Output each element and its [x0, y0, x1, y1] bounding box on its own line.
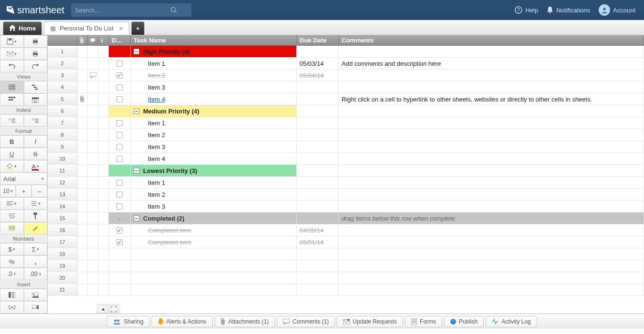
row-number[interactable]: 9	[48, 141, 77, 152]
info-cell[interactable]	[98, 58, 109, 69]
attach-cell[interactable]	[77, 177, 88, 188]
font-family-select[interactable]: Arial▾	[0, 172, 47, 185]
done-checkbox[interactable]: ✓	[116, 227, 123, 233]
empty-row[interactable]: 18	[48, 248, 644, 260]
text-color-button[interactable]: A▾	[24, 160, 48, 172]
discussion-cell[interactable]	[88, 272, 98, 283]
discussion-cell[interactable]	[88, 248, 98, 260]
discussion-cell[interactable]	[88, 141, 98, 152]
row-number[interactable]: 12	[48, 177, 77, 188]
attach-cell[interactable]	[77, 81, 88, 93]
done-checkbox[interactable]	[116, 120, 123, 126]
discussion-cell[interactable]	[88, 93, 98, 105]
info-cell[interactable]	[98, 248, 109, 260]
info-cell[interactable]	[98, 93, 109, 105]
discussion-cell[interactable]	[88, 81, 98, 93]
task-row[interactable]: 16✓Completed item04/20/14	[48, 224, 644, 236]
discussion-cell[interactable]	[88, 236, 98, 248]
print2-button[interactable]	[24, 48, 48, 60]
info-cell[interactable]	[98, 105, 109, 117]
col-comments[interactable]: Comments	[339, 35, 644, 45]
row-number[interactable]: 8	[48, 129, 77, 141]
row-number[interactable]: 21	[48, 284, 77, 295]
grid-rows[interactable]: 1−High Priority (4)2Item 105/03/14Add co…	[48, 46, 644, 314]
search-input[interactable]	[75, 7, 170, 14]
comments-button[interactable]: Comments (1)	[277, 316, 335, 327]
done-checkbox[interactable]	[116, 84, 123, 91]
save-button[interactable]: ▾	[0, 35, 24, 48]
attach-cell[interactable]	[77, 141, 88, 152]
grid-view-button[interactable]	[0, 81, 24, 93]
collapse-icon[interactable]: −	[134, 108, 139, 114]
underline-button[interactable]: U	[0, 148, 24, 160]
discussion-cell[interactable]	[88, 129, 98, 141]
decimal-inc-button[interactable]: .00	[24, 268, 48, 280]
due-date[interactable]: 05/04/14	[300, 72, 324, 79]
info-cell[interactable]	[98, 213, 109, 224]
info-cell[interactable]	[98, 201, 109, 212]
row-number[interactable]: 14	[48, 201, 77, 212]
task-name[interactable]: Item 2	[148, 132, 165, 139]
task-name[interactable]: Item 4	[148, 96, 165, 103]
done-checkbox[interactable]: ✓	[116, 72, 123, 79]
done-checkbox[interactable]	[116, 156, 123, 162]
info-cell[interactable]	[98, 153, 109, 164]
decimal-dec-button[interactable]: .0	[0, 268, 24, 280]
task-row[interactable]: 7Item 1	[48, 117, 644, 129]
discussion-cell[interactable]	[88, 189, 98, 200]
task-name[interactable]: Item 2	[148, 72, 165, 79]
section-header-row[interactable]: 6−Medium Priority (4)	[48, 105, 644, 117]
publish-button[interactable]: Publish	[444, 316, 484, 327]
italic-button[interactable]: I	[24, 135, 48, 148]
row-number[interactable]: 11	[48, 165, 77, 176]
collapse-icon[interactable]: −	[134, 49, 139, 54]
comment-text[interactable]: Right click on a cell to hyperlink to ot…	[342, 96, 592, 103]
insert-col-button[interactable]	[0, 289, 24, 301]
attach-cell[interactable]	[77, 260, 88, 272]
sum-button[interactable]: Σ▾	[24, 243, 48, 255]
task-row[interactable]: 4Item 3	[48, 81, 644, 93]
row-number[interactable]: 3	[48, 70, 77, 81]
task-row[interactable]: 9Item 3	[48, 141, 644, 153]
insert-image-button[interactable]	[24, 289, 48, 301]
task-row[interactable]: 17✓Completed item05/01/14	[48, 236, 644, 248]
info-cell[interactable]	[98, 284, 109, 295]
task-name[interactable]: Item 3	[148, 203, 165, 210]
discussion-cell[interactable]	[88, 284, 98, 295]
info-cell[interactable]	[98, 141, 109, 152]
row-number[interactable]: 1	[48, 46, 77, 57]
task-row[interactable]: 2Item 105/03/14Add comments and descript…	[48, 58, 644, 70]
attach-cell[interactable]	[77, 105, 88, 117]
percent-button[interactable]: %	[0, 255, 24, 268]
task-name[interactable]: Item 3	[148, 84, 165, 91]
thousands-button[interactable]: ,	[24, 255, 48, 268]
attach-cell[interactable]	[77, 213, 88, 224]
discussion-cell[interactable]	[88, 177, 98, 188]
discussion-cell[interactable]	[88, 46, 98, 57]
discussion-cell[interactable]	[88, 117, 98, 129]
task-row[interactable]: 5Item 4Right click on a cell to hyperlin…	[48, 93, 644, 105]
attach-cell[interactable]	[77, 117, 88, 129]
print-button[interactable]	[24, 35, 48, 48]
row-number[interactable]: 20	[48, 272, 77, 283]
row-number[interactable]: 13	[48, 189, 77, 200]
account-link[interactable]: Account	[599, 4, 635, 16]
due-date[interactable]: 05/01/14	[300, 239, 324, 246]
expand-button[interactable]	[109, 305, 118, 313]
info-cell[interactable]	[98, 46, 109, 57]
fill-color-button[interactable]: ▾	[0, 160, 24, 172]
task-row[interactable]: 13Item 2	[48, 189, 644, 201]
col-attach[interactable]	[77, 35, 88, 45]
due-date[interactable]: 04/20/14	[300, 227, 324, 234]
attach-cell[interactable]	[77, 165, 88, 176]
done-checkbox[interactable]	[116, 132, 123, 138]
new-tab-button[interactable]: +	[131, 21, 145, 35]
task-row[interactable]: 12Item 1	[48, 177, 644, 189]
mail-button[interactable]: ▾	[0, 48, 24, 60]
gantt-view-button[interactable]	[24, 81, 48, 93]
done-checkbox[interactable]	[116, 96, 123, 102]
done-checkbox[interactable]	[116, 61, 123, 67]
insert-other-button[interactable]	[24, 301, 48, 314]
row-number[interactable]: 16	[48, 224, 77, 236]
attach-cell[interactable]	[77, 284, 88, 295]
